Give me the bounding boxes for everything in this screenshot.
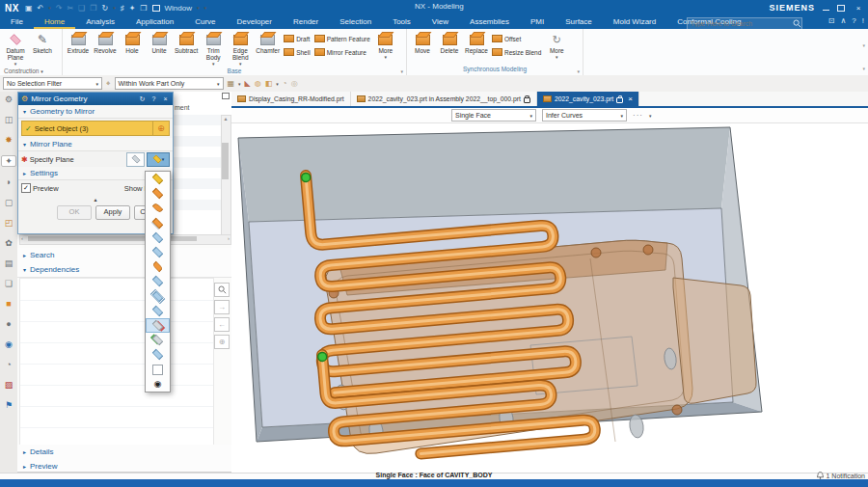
- sphere-icon[interactable]: ●: [2, 319, 15, 329]
- group-label-synchronous-modeling[interactable]: Synchronous Modeling▾: [409, 66, 581, 75]
- plane-option-point-direction[interactable]: [146, 230, 170, 245]
- trim-body-button[interactable]: Trim Body ▾: [200, 30, 227, 68]
- notification-bell-icon[interactable]: ◗: [2, 177, 15, 187]
- caret-down-icon[interactable]: ▾: [649, 113, 652, 119]
- navigator-row[interactable]: [173, 157, 221, 168]
- assembly-navigator-icon[interactable]: ◫: [2, 115, 15, 124]
- filter-magnet-icon[interactable]: ⌖: [106, 79, 111, 89]
- navigator-row[interactable]: [173, 200, 221, 210]
- plane-option-bisector[interactable]: [146, 216, 170, 230]
- help-icon[interactable]: ?: [852, 16, 855, 25]
- dependencies-expand-button[interactable]: ⊕: [214, 335, 230, 349]
- touch-mode-icon[interactable]: ✦: [129, 4, 136, 13]
- navigator-row[interactable]: [173, 210, 221, 221]
- scroll-up-icon[interactable]: ▲: [224, 116, 229, 122]
- plane-option-two-lines[interactable]: [146, 259, 170, 274]
- panel-hscrollbar[interactable]: ‹ ›: [19, 234, 231, 245]
- navigator-row[interactable]: [173, 125, 221, 136]
- dialog-close-icon[interactable]: ×: [161, 95, 170, 102]
- menu-render[interactable]: Render: [283, 15, 329, 29]
- group-label-construction[interactable]: Construction ▾: [2, 68, 60, 75]
- base-more-button[interactable]: More ▾: [372, 30, 399, 61]
- navigator-row[interactable]: [173, 168, 221, 178]
- navigator-row[interactable]: [173, 147, 221, 157]
- tab-cavity-in-assembly[interactable]: 2022_cavity_023.prt in Assembly 2022__to…: [351, 92, 537, 106]
- draft-button[interactable]: Draft: [282, 32, 312, 45]
- datum-plane-button[interactable]: Datum Plane ▾: [2, 30, 29, 68]
- highlight-icon[interactable]: ◍: [255, 79, 261, 88]
- menu-file[interactable]: File: [0, 15, 34, 29]
- scroll-left-icon[interactable]: ‹: [21, 235, 23, 241]
- hd3d-tools-icon[interactable]: ◰: [2, 218, 15, 228]
- menu-view[interactable]: View: [421, 15, 459, 29]
- plane-option-angle[interactable]: [146, 304, 170, 318]
- scroll-right-icon[interactable]: ›: [228, 235, 230, 241]
- menu-curve[interactable]: Curve: [184, 15, 226, 29]
- tab-cavity-active[interactable]: 2022_cavity_023.prt ×: [537, 92, 639, 106]
- plane-dialog-button[interactable]: [126, 152, 145, 167]
- gear-icon[interactable]: ⚙: [2, 95, 15, 104]
- ok-button[interactable]: OK: [57, 205, 92, 220]
- wireframe-icon[interactable]: ◎: [291, 79, 298, 88]
- restore-button[interactable]: [837, 5, 845, 12]
- plane-option-view-plane[interactable]: [146, 333, 170, 347]
- unite-button[interactable]: Unite: [146, 30, 173, 55]
- command-search[interactable]: [687, 17, 802, 30]
- undo-caret-icon[interactable]: ▾: [48, 5, 51, 11]
- menu-assemblies[interactable]: Assemblies: [459, 15, 520, 29]
- menu-home[interactable]: Home: [34, 15, 75, 29]
- delete-button[interactable]: Delete: [436, 30, 463, 55]
- visual-reports-icon[interactable]: ✿: [2, 238, 15, 248]
- tab-display-casing[interactable]: Display_Casing_RR-Modified.prt: [231, 92, 351, 106]
- repeat-command-icon[interactable]: ↻: [101, 4, 108, 13]
- scroll-thumb[interactable]: [222, 143, 229, 179]
- dialog-title-bar[interactable]: ⚙ Mirror Geometry ↻ ? ×: [18, 93, 173, 105]
- preview-checkbox[interactable]: ✓: [21, 183, 31, 193]
- part-navigator-icon[interactable]: ✦: [1, 155, 16, 167]
- selection-filter-select[interactable]: No Selection Filter ▾: [3, 77, 102, 90]
- geometry-to-mirror-section[interactable]: ▾ Geometry to Mirror: [18, 105, 173, 119]
- ribbon-collapse-icon[interactable]: ▾: [204, 5, 207, 11]
- plane-option-at-angle[interactable]: [146, 186, 170, 201]
- group-label-base[interactable]: Base▾: [65, 68, 404, 75]
- alert-icon[interactable]: !: [862, 16, 864, 25]
- dependencies-zoom-button[interactable]: [214, 283, 230, 297]
- subtract-button[interactable]: Subtract: [173, 30, 200, 55]
- offset-button[interactable]: Offset: [490, 32, 543, 45]
- plane-option-inferred[interactable]: [146, 172, 170, 186]
- window-menu[interactable]: Window: [165, 4, 192, 13]
- navigator-row[interactable]: [173, 115, 221, 125]
- undo-icon[interactable]: ↶: [37, 4, 43, 13]
- plane-option-through-object[interactable]: [146, 274, 170, 288]
- repeat-caret-icon[interactable]: ▾: [113, 5, 116, 11]
- mirror-feature-button[interactable]: Mirror Feature: [312, 45, 372, 59]
- ribbon-overflow-icon-2[interactable]: ▾: [862, 66, 865, 71]
- dialog-help-icon[interactable]: ?: [149, 95, 158, 102]
- pattern-feature-button[interactable]: Pattern Feature: [312, 32, 372, 45]
- apply-button[interactable]: Apply: [95, 205, 130, 220]
- navigator-vscrollbar[interactable]: ▲ ▼: [221, 115, 231, 240]
- menu-pmi[interactable]: PMI: [520, 15, 555, 29]
- select-object-row[interactable]: ✓ Select Object (3) ⊕: [21, 121, 170, 136]
- notification-area[interactable]: 1 Notification: [817, 472, 865, 479]
- dependencies-back-button[interactable]: ←: [214, 317, 230, 332]
- dependencies-section-header[interactable]: ▾ Dependencies: [17, 262, 236, 278]
- minimize-button[interactable]: [823, 6, 829, 11]
- plane-option-distance[interactable]: [146, 289, 170, 304]
- coolant-outlet-point[interactable]: [317, 352, 327, 362]
- sync-more-button[interactable]: ↻ More ▾: [543, 30, 570, 61]
- selection-scope-select[interactable]: Within Work Part Only ▾: [115, 77, 224, 90]
- chamfer-button[interactable]: Chamfer: [254, 30, 282, 55]
- plane-option-show-shortcuts[interactable]: ◉: [146, 377, 170, 392]
- plane-option-tangent[interactable]: [146, 201, 170, 215]
- menu-mold-wizard[interactable]: Mold Wizard: [603, 15, 666, 29]
- move-button[interactable]: Move: [409, 30, 436, 55]
- color-palette-icon[interactable]: ▨: [2, 380, 15, 390]
- window-caret-icon[interactable]: ▾: [197, 5, 200, 11]
- extrude-button[interactable]: Extrude: [65, 30, 92, 55]
- panel-restore-icon[interactable]: [222, 93, 230, 99]
- menu-surface[interactable]: Surface: [555, 15, 603, 29]
- details-section-header[interactable]: ▸ Details: [17, 445, 236, 460]
- point-dialog-icon[interactable]: ⊕: [152, 122, 169, 135]
- search-section-header[interactable]: ▸ Search: [17, 248, 236, 263]
